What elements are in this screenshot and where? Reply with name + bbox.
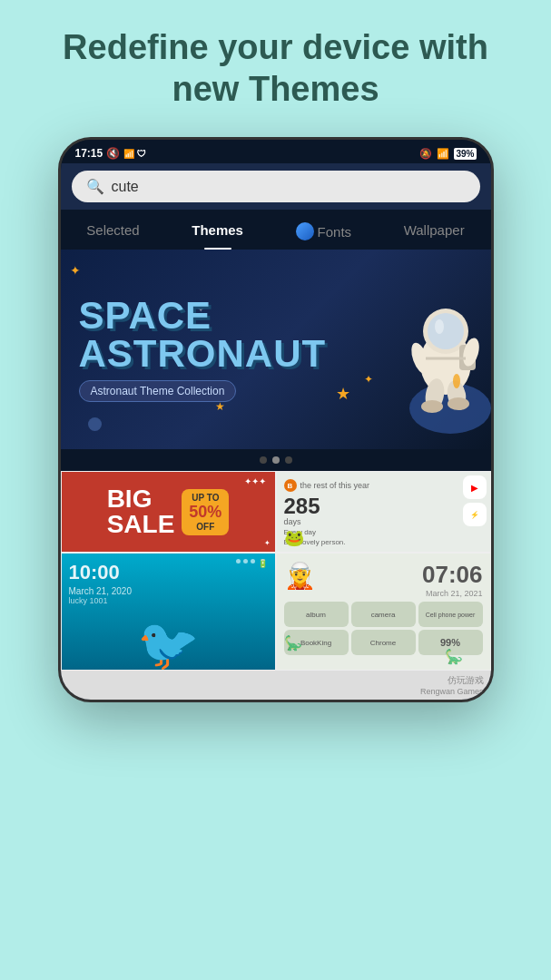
widget-subtitle1: Every day [284, 528, 483, 536]
bird-card-info: 10:00 March 21, 2020 lucky 1001 [69, 561, 133, 605]
dino-cell-chrome[interactable]: Chrome [351, 630, 416, 655]
banner-title-line2: Astronaut [79, 335, 473, 373]
small-planet [88, 417, 102, 431]
dino-label-camera: camera [371, 611, 396, 619]
sparkle-1: ✦✦✦ [244, 476, 266, 486]
dino-card[interactable]: 🧝 07:06 March 21, 2021 album camera [276, 553, 491, 671]
tab-fonts[interactable]: Fonts [285, 219, 363, 250]
planet-icon [296, 222, 314, 240]
dino-cell-camera[interactable]: camera [351, 602, 416, 627]
phone-mockup: 17:15 🔇 📶 🛡 🔕 📶 39% 🔍 cute Selected [58, 137, 494, 702]
status-time: 17:15 [75, 147, 103, 160]
battery-indicator: 39% [454, 148, 476, 160]
dino-cell-power[interactable]: Cell phone power [418, 602, 483, 627]
dino-top: 🧝 07:06 March 21, 2021 [284, 561, 483, 598]
dino-cell-album[interactable]: album [284, 602, 349, 627]
dino-label-chrome: Chrome [370, 639, 396, 647]
search-value: cute [112, 179, 139, 195]
sale-badge: UP TO 50% OFF [182, 489, 229, 535]
frog-widget: 🐸 [284, 528, 304, 548]
bird-date: March 21, 2020 [69, 586, 133, 596]
dino-percent-val: 99% [440, 637, 460, 648]
youtube-icon: ▶ [471, 483, 478, 493]
bird-card[interactable]: 10:00 March 21, 2020 lucky 1001 🐦 🔋 [61, 553, 276, 671]
widget-header: B the rest of this year [284, 479, 483, 492]
widget-subtitle2: Be a lovely person. [284, 538, 483, 546]
search-input-wrapper[interactable]: 🔍 cute [72, 171, 480, 202]
dots-indicator [61, 449, 491, 471]
tab-selected[interactable]: Selected [75, 219, 150, 250]
dino-time-block: 07:06 March 21, 2021 [422, 561, 483, 598]
sparkle-2: ✦ [264, 539, 271, 547]
dino-time-text: 07:06 [422, 561, 483, 589]
widget-card[interactable]: B the rest of this year 285 days Every d… [276, 471, 491, 553]
content-grid: BIGSALE UP TO 50% OFF ✦✦✦ ✦ B the rest o… [61, 471, 491, 671]
dot-1[interactable] [260, 456, 267, 464]
tachyon-icon: ⚡ [470, 511, 479, 519]
dino-date-text: March 21, 2021 [422, 589, 483, 598]
sale-inner: BIGSALE UP TO 50% OFF [107, 486, 230, 537]
watermark-bar: 仿玩游戏 Rengwan Games [61, 671, 491, 700]
tachyon-icon-cell: ⚡ [463, 503, 487, 526]
dino-label-booking: BookKing [300, 639, 331, 647]
tab-wallpaper[interactable]: Wallpaper [393, 219, 476, 250]
signal-icons: 📶 🛡 [123, 149, 146, 159]
svg-point-11 [448, 397, 469, 410]
bird-time: 10:00 [69, 561, 133, 584]
banner-title: Space Astronaut [79, 297, 473, 373]
banner-badge: Astronaut Theme Collection [79, 380, 237, 402]
tab-themes[interactable]: Themes [181, 219, 254, 250]
widget-header-text: the rest of this year [300, 481, 370, 490]
banner-area: ✦ ★ ✦ ★ ✦ Space Astronaut Astronaut Them… [61, 250, 491, 449]
wifi-icon: 📶 [437, 148, 449, 160]
svg-point-10 [421, 400, 443, 413]
signal-dots: 🔋 [236, 559, 268, 568]
youtube-icon-cell: ▶ [463, 475, 487, 499]
widget-right-icons: ▶ ⚡ [463, 475, 487, 526]
bird-sub: lucky 1001 [69, 596, 133, 605]
dot-3[interactable] [285, 456, 292, 464]
status-bar-right: 🔕 📶 39% [419, 148, 476, 160]
dino-emoji-2: 🦕 [445, 648, 463, 665]
star-decoration-4: ★ [336, 384, 350, 404]
dino-label-power: Cell phone power [426, 612, 475, 618]
search-icon: 🔍 [86, 178, 104, 195]
star-decoration-1: ✦ [70, 263, 81, 278]
sale-card[interactable]: BIGSALE UP TO 50% OFF ✦✦✦ ✦ [61, 471, 276, 553]
volume-icon: 🔇 [106, 147, 120, 160]
banner-content: ✦ ★ ✦ ★ ✦ Space Astronaut Astronaut Them… [61, 250, 491, 449]
mute-icon: 🔕 [419, 148, 432, 160]
watermark-sub: Rengwan Games [68, 687, 484, 696]
widget-icon: B [284, 479, 297, 492]
banner-title-line1: Space [79, 297, 473, 335]
sale-up-to: UP TO [189, 493, 221, 503]
bird-emoji: 🐦 [137, 620, 200, 670]
widget-days: 285 [284, 495, 483, 517]
status-bar-left: 17:15 🔇 📶 🛡 [75, 147, 146, 160]
page-wrapper: Redefine your device with new Themes 17:… [0, 0, 551, 980]
sale-percent: 50% [189, 503, 221, 522]
dino-label-album: album [306, 611, 326, 619]
svg-point-13 [453, 374, 460, 388]
watermark-text: 仿玩游戏 [448, 675, 484, 685]
search-bar-container: 🔍 cute [61, 163, 491, 210]
sale-off: OFF [189, 522, 221, 532]
big-sale-text: BIGSALE [107, 486, 175, 537]
widget-days-label: days [284, 517, 483, 526]
battery-small: 🔋 [258, 559, 268, 568]
tab-bar: Selected Themes Fonts Wallpaper [61, 210, 491, 250]
page-headline: Redefine your device with new Themes [18, 27, 533, 110]
status-bar: 17:15 🔇 📶 🛡 🔕 📶 39% [61, 140, 491, 163]
anime-character: 🧝 [284, 561, 316, 591]
dot-2[interactable] [272, 456, 280, 464]
dino-emoji-1: 🦕 [284, 634, 302, 652]
star-decoration-2: ★ [215, 400, 225, 413]
